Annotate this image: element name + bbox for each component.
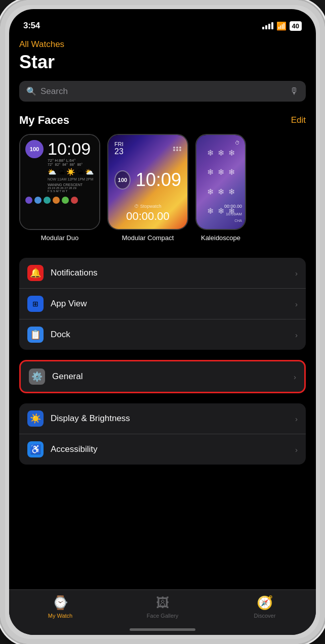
accessibility-chevron: › [295,445,298,454]
face-name-kaleidoscope: Kaleidoscope [201,234,240,242]
dock-item[interactable]: 📋 Dock › [19,319,306,350]
watch-faces-row: 100 10:09 72° H:88° L:64° 72°82°84°88°86… [19,134,306,246]
notifications-item[interactable]: 🔔 Notifications › [19,258,306,289]
face-name-modular-duo: Modular Duo [41,234,78,242]
my-faces-header: My Faces Edit [19,114,306,127]
discover-icon: 🧭 [257,595,273,611]
general-label: General [52,372,294,382]
general-item[interactable]: ⚙️ General › [21,361,304,392]
face-gallery-icon: 🖼 [156,595,169,611]
battery-complication: 100 [25,140,44,158]
general-icon: ⚙️ [29,369,45,385]
settings-group-general: ⚙️ General › [19,360,306,393]
app-view-label: App View [51,299,295,309]
face-item-modular-compact[interactable]: FRI 23 [107,134,188,242]
face-preview-modular-compact: FRI 23 [107,134,188,230]
face-preview-kaleidoscope: ❄ ❄ ❄ ❄ ❄ ❄ ❄ ❄ ❄ ❄ ❄ ❄ [195,134,246,230]
face-preview-modular-duo: 100 10:09 72° H:88° L:64° 72°82°84°88°86… [19,134,100,230]
tab-discover[interactable]: 🧭 Discover [214,595,316,619]
accessibility-item[interactable]: ♿ Accessibility › [19,434,306,465]
search-icon: 🔍 [26,86,36,96]
signal-bars-icon [262,22,273,29]
main-content: All Watches Star 🔍 Search 🎙 My Faces Edi… [9,35,316,593]
app-view-item[interactable]: ⊞ App View › [19,289,306,319]
search-input[interactable]: Search [40,86,286,97]
app-view-chevron: › [295,300,298,308]
notifications-icon: 🔔 [27,265,44,281]
my-watch-label: My Watch [48,613,73,619]
settings-group-1: 🔔 Notifications › ⊞ App View › 📋 Dock › [19,258,306,350]
screen: 3:54 📶 40 All Watches Star 🔍 Sear [9,9,316,635]
tab-my-watch[interactable]: ⌚ My Watch [9,595,111,619]
general-chevron: › [294,373,296,381]
wifi-icon: 📶 [276,21,287,31]
status-time: 3:54 [23,21,40,31]
face-item-kaleidoscope[interactable]: ❄ ❄ ❄ ❄ ❄ ❄ ❄ ❄ ❄ ❄ ❄ ❄ [195,134,246,242]
accessibility-label: Accessibility [51,444,295,454]
edit-button[interactable]: Edit [291,115,306,125]
microphone-icon[interactable]: 🎙 [290,86,299,97]
dock-label: Dock [51,330,295,340]
my-watch-icon: ⌚ [52,595,68,611]
my-faces-title: My Faces [19,114,69,127]
dock-icon: 📋 [27,327,44,343]
face-gallery-label: Face Gallery [147,613,178,619]
battery-indicator: 40 [290,21,302,31]
discover-label: Discover [254,613,276,619]
settings-group-3: ☀️ Display & Brightness › ♿ Accessibilit… [19,403,306,465]
phone-frame: 3:54 📶 40 All Watches Star 🔍 Sear [0,0,325,644]
display-brightness-chevron: › [295,415,298,423]
back-link[interactable]: All Watches [19,39,306,50]
tab-face-gallery[interactable]: 🖼 Face Gallery [111,595,214,619]
notifications-label: Notifications [51,268,295,278]
home-indicator [130,628,195,631]
notifications-chevron: › [295,269,298,278]
status-icons: 📶 40 [262,21,302,31]
display-brightness-item[interactable]: ☀️ Display & Brightness › [19,403,306,434]
search-bar[interactable]: 🔍 Search 🎙 [19,81,306,102]
display-brightness-label: Display & Brightness [51,413,295,424]
page-title: Star [19,52,306,73]
face-name-modular-compact: Modular Compact [122,234,174,242]
status-bar: 3:54 📶 40 [9,9,316,35]
face-item-modular-duo[interactable]: 100 10:09 72° H:88° L:64° 72°82°84°88°86… [19,134,100,242]
display-brightness-icon: ☀️ [27,410,44,427]
app-view-icon: ⊞ [27,296,44,312]
dock-chevron: › [295,331,298,339]
accessibility-icon: ♿ [27,441,44,457]
